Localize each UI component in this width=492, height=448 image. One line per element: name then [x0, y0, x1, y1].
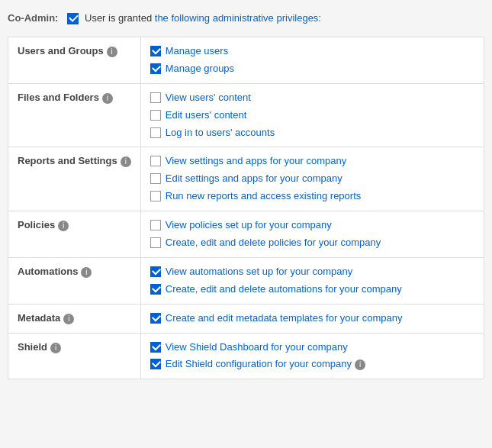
- section-options-automations: View automations set up for your company…: [140, 257, 484, 304]
- checkbox-label-edit-metadata[interactable]: Create and edit metadata templates for y…: [166, 312, 403, 325]
- checkbox-item-view-automations: View automations set up for your company: [150, 266, 474, 279]
- checkbox-label-view-shield[interactable]: View Shield Dashboard for your company: [166, 341, 348, 354]
- checkbox-log-in-accounts[interactable]: [150, 127, 161, 138]
- info-icon-policies[interactable]: i: [58, 221, 69, 231]
- checkbox-edit-settings[interactable]: [150, 173, 161, 184]
- checkbox-item-log-in-accounts: Log in to users' accounts: [150, 127, 474, 140]
- checkbox-item-view-settings: View settings and apps for your company: [150, 155, 474, 168]
- info-icon-metadata[interactable]: i: [63, 314, 74, 324]
- section-options-metadata: Create and edit metadata templates for y…: [140, 304, 484, 333]
- checkbox-manage-users[interactable]: [150, 46, 161, 56]
- section-options-reports-settings: View settings and apps for your companyE…: [140, 147, 484, 211]
- section-label-metadata: Metadatai: [8, 304, 141, 333]
- section-row-metadata: MetadataiCreate and edit metadata templa…: [8, 304, 484, 333]
- checkbox-item-edit-shield: Edit Shield configuration for your compa…: [150, 358, 474, 371]
- checkbox-label-edit-settings[interactable]: Edit settings and apps for your company: [166, 172, 342, 185]
- checkbox-label-edit-automations[interactable]: Create, edit and delete automations for …: [166, 283, 402, 296]
- section-options-policies: View policies set up for your companyCre…: [140, 211, 484, 258]
- checkbox-label-run-reports[interactable]: Run new reports and access existing repo…: [166, 190, 362, 203]
- co-admin-label: Co-Admin:: [8, 12, 61, 24]
- section-label-reports-settings: Reports and Settingsi: [8, 147, 141, 211]
- section-row-policies: PoliciesiView policies set up for your c…: [8, 211, 484, 258]
- checkbox-label-edit-shield[interactable]: Edit Shield configuration for your compa…: [166, 358, 365, 371]
- checkbox-item-edit-content: Edit users' content: [150, 109, 474, 122]
- co-admin-checkbox[interactable]: [67, 13, 79, 24]
- trailing-info-icon-edit-shield[interactable]: i: [355, 359, 365, 370]
- privileges-link[interactable]: the following administrative privileges:: [155, 12, 321, 24]
- checkbox-label-manage-groups[interactable]: Manage groups: [166, 63, 234, 76]
- checkbox-edit-shield[interactable]: [150, 359, 161, 369]
- checkbox-label-view-content[interactable]: View users' content: [166, 92, 251, 105]
- checkbox-view-automations[interactable]: [150, 266, 161, 277]
- section-options-files-folders: View users' contentEdit users' contentLo…: [140, 83, 484, 147]
- section-label-policies: Policiesi: [8, 211, 141, 258]
- checkbox-edit-content[interactable]: [150, 110, 161, 121]
- checkbox-view-settings[interactable]: [150, 156, 161, 166]
- checkbox-label-edit-content[interactable]: Edit users' content: [166, 109, 247, 122]
- checkbox-label-log-in-accounts[interactable]: Log in to users' accounts: [166, 127, 275, 140]
- checkbox-item-edit-automations: Create, edit and delete automations for …: [150, 283, 474, 296]
- checkbox-edit-automations[interactable]: [150, 284, 161, 295]
- checkbox-item-view-policies: View policies set up for your company: [150, 219, 474, 232]
- checkbox-item-view-shield: View Shield Dashboard for your company: [150, 341, 474, 354]
- checkbox-item-edit-policies: Create, edit and delete policies for you…: [150, 237, 474, 250]
- info-icon-reports-settings[interactable]: i: [121, 156, 131, 167]
- section-label-users-groups: Users and Groupsi: [8, 37, 141, 84]
- checkbox-label-edit-policies[interactable]: Create, edit and delete policies for you…: [166, 237, 381, 250]
- section-label-automations: Automationsi: [8, 257, 141, 304]
- checkbox-run-reports[interactable]: [150, 191, 161, 201]
- section-label-shield: Shieldi: [8, 333, 141, 379]
- checkbox-edit-metadata[interactable]: [150, 313, 161, 324]
- section-row-shield: ShieldiView Shield Dashboard for your co…: [8, 333, 484, 379]
- info-icon-users-groups[interactable]: i: [107, 47, 117, 57]
- checkbox-view-policies[interactable]: [150, 220, 161, 230]
- checkbox-item-edit-metadata: Create and edit metadata templates for y…: [150, 312, 474, 325]
- checkbox-item-view-content: View users' content: [150, 92, 474, 105]
- checkbox-label-view-settings[interactable]: View settings and apps for your company: [166, 155, 347, 168]
- section-label-files-folders: Files and Foldersi: [8, 83, 141, 147]
- checkbox-manage-groups[interactable]: [150, 63, 161, 74]
- checkbox-view-shield[interactable]: [150, 342, 161, 353]
- section-row-users-groups: Users and GroupsiManage usersManage grou…: [8, 37, 484, 84]
- info-icon-files-folders[interactable]: i: [102, 93, 113, 104]
- checkbox-label-view-policies[interactable]: View policies set up for your company: [166, 219, 332, 232]
- checkbox-edit-policies[interactable]: [150, 237, 161, 248]
- checkbox-label-manage-users[interactable]: Manage users: [166, 45, 228, 58]
- info-icon-automations[interactable]: i: [81, 267, 92, 278]
- section-row-reports-settings: Reports and SettingsiView settings and a…: [8, 147, 484, 211]
- privileges-table: Users and GroupsiManage usersManage grou…: [8, 37, 484, 379]
- info-icon-shield[interactable]: i: [50, 343, 61, 353]
- checkbox-view-content[interactable]: [150, 92, 161, 103]
- checkbox-item-manage-users: Manage users: [150, 45, 474, 58]
- checkbox-item-run-reports: Run new reports and access existing repo…: [150, 190, 474, 203]
- co-admin-row: Co-Admin: User is granted the following …: [8, 8, 484, 29]
- co-admin-description: User is granted the following administra…: [85, 12, 321, 24]
- section-row-automations: AutomationsiView automations set up for …: [8, 257, 484, 304]
- checkbox-label-view-automations[interactable]: View automations set up for your company: [166, 266, 352, 279]
- section-options-users-groups: Manage usersManage groups: [140, 37, 484, 84]
- section-options-shield: View Shield Dashboard for your companyEd…: [140, 333, 484, 379]
- checkbox-item-edit-settings: Edit settings and apps for your company: [150, 172, 474, 185]
- checkbox-item-manage-groups: Manage groups: [150, 63, 474, 76]
- section-row-files-folders: Files and FoldersiView users' contentEdi…: [8, 83, 484, 147]
